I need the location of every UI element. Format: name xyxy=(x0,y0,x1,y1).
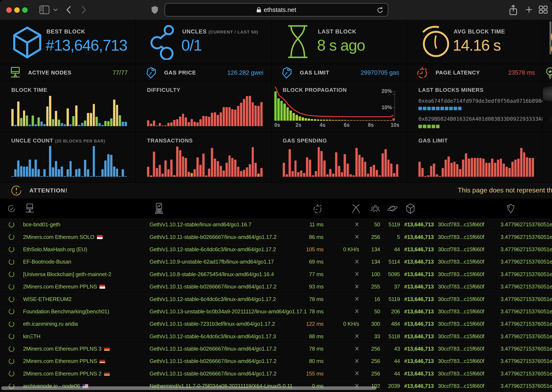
country-flag-de xyxy=(104,372,110,376)
table-row[interactable]: [Universa Blockchain] geth-mainnet-2 Get… xyxy=(0,268,552,280)
node-name[interactable]: EF-Bootnode-Busan xyxy=(23,256,149,268)
node-latency: 93 ms xyxy=(292,281,323,293)
node-name[interactable]: 2Miners.com Ethereum PPLNS xyxy=(23,281,149,293)
table-row[interactable]: EF-Bootnode-Busan Geth/v1.10.9-unstable-… xyxy=(0,255,552,268)
bar xyxy=(188,122,190,126)
node-name[interactable]: eth.icanmining.ru aridia xyxy=(23,318,149,330)
zoom-window-button[interactable] xyxy=(22,7,28,13)
table-row[interactable]: 2Miners.com Ethereum SOLO Geth/v1.10.11-… xyxy=(0,231,552,243)
bar xyxy=(20,166,22,177)
privacy-shield-icon[interactable] xyxy=(152,6,158,14)
miner-entry[interactable]: 0xea674fdde714fd979de3edf0f56aa9716b898e… xyxy=(418,98,536,110)
uncles-icon xyxy=(149,24,176,60)
table-row[interactable]: 2Miners.com Ethereum PPLNS Geth/v1.10.11… xyxy=(0,280,552,293)
node-name[interactable]: 2Miners.com Ethereum PPLNS 2 xyxy=(23,368,149,380)
forward-button[interactable] xyxy=(81,6,86,14)
bar xyxy=(393,173,395,177)
stat-label: ACTIVE NODES xyxy=(28,70,72,76)
node-name[interactable]: 2Miners.com Ethereum SOLO xyxy=(23,231,149,243)
bar xyxy=(159,123,161,126)
miner-block-squares xyxy=(418,125,536,128)
bar xyxy=(37,117,40,126)
propagation-bar xyxy=(380,120,383,121)
gas-limit-value: 29970705 gas xyxy=(361,69,399,76)
propagation-bar xyxy=(359,120,361,121)
tab-overview-icon[interactable] xyxy=(539,6,548,14)
bar xyxy=(55,161,57,177)
table-row[interactable]: WISE-ETHEREUM2 Geth/v1.10.12-stable-6c4d… xyxy=(0,293,552,305)
sidebar-toggle-icon[interactable] xyxy=(39,6,50,14)
node-name[interactable]: archivenode.io - node06 xyxy=(23,380,149,392)
node-pending: 44 xyxy=(380,368,400,380)
pending-column-icon xyxy=(380,199,400,218)
bar xyxy=(309,160,311,177)
node-name[interactable]: 2Miners.com Ethereum PPLNS xyxy=(23,355,149,367)
table-row[interactable]: 2Miners.com Ethereum PPLNS 2 Geth/v1.10.… xyxy=(0,367,552,380)
bar xyxy=(381,153,384,177)
bar xyxy=(93,146,95,177)
attention-message: This page does not represent the xyxy=(458,186,552,194)
active-nodes-value: 77/77 xyxy=(112,69,128,76)
propagation-bar xyxy=(362,120,365,121)
reload-icon[interactable] xyxy=(377,6,384,14)
bar xyxy=(222,107,225,126)
country-flag-de xyxy=(100,359,105,363)
table-row[interactable]: 2Miners.com Ethereum PPLNS 3 Geth/v1.10.… xyxy=(0,343,552,355)
node-name[interactable]: 2Miners.com Ethereum PPLNS 3 xyxy=(23,343,149,355)
back-button[interactable] xyxy=(66,6,71,14)
new-tab-icon[interactable] xyxy=(525,6,533,14)
node-block: #13,646,713 xyxy=(400,368,437,380)
bar xyxy=(509,168,511,177)
horizontal-scrollbar[interactable] xyxy=(1,386,377,390)
bar xyxy=(101,169,104,177)
y-tick-20: 20% xyxy=(381,88,392,94)
node-name[interactable]: [Universa Blockchain] geth-mainnet-2 xyxy=(23,268,149,280)
bar xyxy=(306,157,308,177)
bar xyxy=(208,168,210,177)
table-row[interactable]: archivenode.io - node06 Nethermind/v1.11… xyxy=(0,380,552,392)
chevron-down-icon[interactable] xyxy=(53,8,58,11)
node-client: Geth/v1.10.8-stable-26675454/linux-amd64… xyxy=(149,268,292,280)
bar xyxy=(494,163,496,177)
bar xyxy=(29,160,31,177)
node-name[interactable]: Foundation Benchmarking(bench01) xyxy=(23,306,149,317)
bar xyxy=(289,149,291,177)
no-mining-icon: ✕ xyxy=(355,271,359,278)
table-row[interactable]: eth.icanmining.ru aridia Geth/v1.10.11-s… xyxy=(0,317,552,330)
no-mining-icon: ✕ xyxy=(355,333,359,340)
node-block: #13,646,713 xyxy=(400,268,437,280)
bar xyxy=(110,155,112,177)
table-row[interactable]: Foundation Benchmarking(bench01) Geth/v1… xyxy=(0,305,552,317)
miner-entry[interactable]: 0x829BD824B016326A401d083B33D092293333A8… xyxy=(418,116,536,128)
bar xyxy=(72,116,75,126)
propagation-bar xyxy=(353,120,355,121)
hashrate-column-icon xyxy=(323,199,366,218)
node-pending: 2039 xyxy=(380,380,400,392)
bar xyxy=(173,120,175,126)
close-window-button[interactable] xyxy=(6,7,12,13)
node-name[interactable]: kinΞTH xyxy=(23,330,149,343)
stat-uncles: UNCLES (CURRENT / LAST 50) 0/1 xyxy=(136,20,271,64)
node-name[interactable]: WISE-ETHEREUM2 xyxy=(23,293,149,305)
bar xyxy=(161,174,164,177)
table-row[interactable]: bce-bnd01-geth Geth/v1.10.12-stable/linu… xyxy=(0,218,552,231)
table-row[interactable]: kinΞTH Geth/v1.10.12-stable-6c4dc6c3/lin… xyxy=(0,330,552,343)
node-name[interactable]: bce-bnd01-geth xyxy=(23,219,149,231)
node-latency: 0 ms xyxy=(292,380,323,392)
node-pending: 484 xyxy=(380,318,400,330)
minimize-window-button[interactable] xyxy=(14,7,20,13)
node-status-icon xyxy=(0,231,23,243)
share-icon[interactable] xyxy=(509,5,518,15)
vertical-scrollbar[interactable] xyxy=(550,21,551,54)
node-latency: 78 ms xyxy=(292,306,323,317)
bar xyxy=(500,159,502,177)
table-row[interactable]: 2Miners.com Ethereum PPLNS Geth/v1.10.11… xyxy=(0,355,552,367)
table-row[interactable]: EthSolo.MaxHash.org (EU) Geth/v1.10.12-s… xyxy=(0,243,552,255)
bar xyxy=(254,105,257,126)
node-hashrate: 0 KH/s xyxy=(323,244,366,255)
node-status-icon xyxy=(0,268,23,280)
node-block-hash: 30ccf783...c15f660f xyxy=(437,306,489,317)
address-bar[interactable]: ethstats.net xyxy=(165,3,388,16)
stat-active-nodes: ACTIVE NODES 77/77 xyxy=(0,64,135,81)
node-name[interactable]: EthSolo.MaxHash.org (EU) xyxy=(23,244,149,255)
